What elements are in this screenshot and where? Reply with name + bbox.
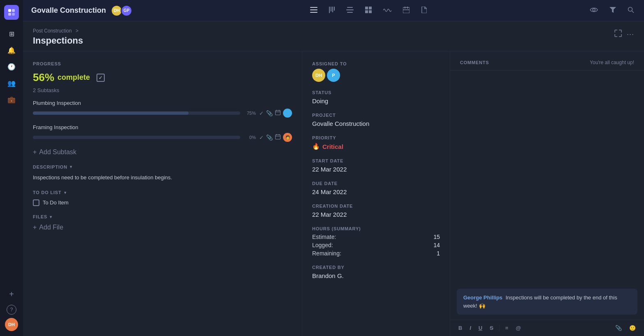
subtask-calendar-icon[interactable] xyxy=(275,110,281,116)
todo-chevron-icon[interactable]: ▾ xyxy=(64,190,67,195)
add-file-button[interactable]: + Add File xyxy=(33,224,292,231)
nav-notifications-icon[interactable]: 🔔 xyxy=(4,43,19,58)
eye-icon[interactable] xyxy=(588,5,600,16)
svg-rect-5 xyxy=(310,9,317,10)
todo-checkbox[interactable] xyxy=(33,199,39,206)
toolbar-align-icon[interactable] xyxy=(345,5,355,16)
toolbar-table-icon[interactable] xyxy=(363,5,373,16)
underline-button[interactable]: U xyxy=(477,324,484,332)
subtask-item: Framing Inspection 0% ✓ 📎 🧑 xyxy=(33,124,292,142)
search-icon[interactable] xyxy=(626,5,636,16)
subtask-attach-icon[interactable]: 📎 xyxy=(266,110,273,116)
toolbar-bars-icon[interactable] xyxy=(327,5,336,16)
nav-help-icon[interactable]: ? xyxy=(7,305,16,315)
expand-icon[interactable] xyxy=(614,30,622,39)
content-area: Post Construction > Inspections ··· PROG… xyxy=(23,21,644,336)
todo-item-label: To Do Item xyxy=(43,199,69,206)
subtask-check-icon[interactable]: ✓ xyxy=(259,110,264,116)
description-header: DESCRIPTION ▾ xyxy=(33,164,292,169)
assigned-avatar-dh[interactable]: DH xyxy=(312,69,325,82)
nav-user-avatar[interactable]: DH xyxy=(5,318,18,331)
nav-people-icon[interactable]: 👥 xyxy=(4,76,19,90)
metadata-column: ASSIGNED TO DH P STATUS Doing PROJECT Go… xyxy=(302,51,450,336)
svg-rect-12 xyxy=(346,9,354,10)
todo-list-label: TO DO LIST xyxy=(33,190,62,195)
subtask-avatar[interactable]: 🧑 xyxy=(283,133,292,142)
header-avatar-gp[interactable]: GP xyxy=(121,5,132,16)
filter-icon[interactable] xyxy=(608,5,618,16)
subtask-bar-row: 75% ✓ 📎 xyxy=(33,109,292,118)
svg-rect-17 xyxy=(369,10,372,13)
project-value[interactable]: Govalle Construction xyxy=(312,120,440,127)
add-icon: + xyxy=(33,148,37,156)
italic-button[interactable]: I xyxy=(468,324,473,332)
main-content: Govalle Construction DH GP xyxy=(23,0,644,336)
attach-icon[interactable]: 📎 xyxy=(614,324,623,332)
subtask-calendar-icon[interactable] xyxy=(275,134,281,141)
add-subtask-label: Add Subtask xyxy=(39,148,76,156)
subtask-name: Plumbing Inspection xyxy=(33,100,292,106)
comments-caught-up: You're all caught up! xyxy=(590,60,634,65)
svg-rect-7 xyxy=(329,7,330,13)
subtask-item: Plumbing Inspection 75% ✓ 📎 xyxy=(33,100,292,118)
toolbar-calendar-icon[interactable] xyxy=(401,5,411,16)
svg-rect-4 xyxy=(310,7,317,8)
subtask-percent-label: 0% xyxy=(244,135,256,140)
svg-rect-19 xyxy=(405,7,405,9)
three-column-layout: PROGRESS 56% complete ✓ 2 Subtasks Plumb… xyxy=(23,51,644,336)
editor-toolbar: B I U S ≡ @ xyxy=(457,324,522,332)
start-date-value[interactable]: 22 Mar 2022 xyxy=(312,166,440,173)
subtask-attach-icon[interactable]: 📎 xyxy=(266,134,273,141)
files-header: FILES ▾ xyxy=(33,214,292,220)
svg-rect-25 xyxy=(276,111,281,115)
header-right-actions xyxy=(588,5,636,16)
priority-group: PRIORITY 🔥 Critical xyxy=(312,135,440,150)
bold-button[interactable]: B xyxy=(457,324,464,332)
nav-home-icon[interactable]: ⊞ xyxy=(4,26,19,41)
toolbar-file-icon[interactable] xyxy=(419,5,428,16)
svg-rect-3 xyxy=(12,13,15,16)
svg-rect-29 xyxy=(276,135,281,139)
svg-rect-15 xyxy=(369,7,372,9)
hours-label: HOURS (SUMMARY) xyxy=(312,226,440,231)
progress-checkbox[interactable]: ✓ xyxy=(97,74,105,82)
emoji-icon[interactable]: 🙂 xyxy=(628,324,637,332)
subtask-avatar[interactable] xyxy=(283,109,292,118)
toolbar-list-icon[interactable] xyxy=(308,5,319,16)
assigned-to-group: ASSIGNED TO DH P xyxy=(312,61,440,82)
page-header-actions: ··· xyxy=(614,30,634,39)
comment-bubble: George Phillips Inspections will be comp… xyxy=(457,289,637,315)
svg-rect-10 xyxy=(334,7,335,11)
project-label: PROJECT xyxy=(312,113,440,118)
more-options-icon[interactable]: ··· xyxy=(627,30,634,39)
nav-history-icon[interactable]: 🕐 xyxy=(4,59,19,74)
due-date-value[interactable]: 24 Mar 2022 xyxy=(312,188,440,195)
hours-remaining-row: Remaining: 1 xyxy=(312,250,440,257)
description-chevron-icon[interactable]: ▾ xyxy=(70,164,72,169)
page-title: Inspections xyxy=(33,35,83,46)
add-subtask-button[interactable]: + Add Subtask xyxy=(33,148,292,156)
app-logo[interactable] xyxy=(4,5,19,20)
files-chevron-icon[interactable]: ▾ xyxy=(50,214,52,220)
comments-header: COMMENTS You're all caught up! xyxy=(450,51,644,71)
estimate-value: 15 xyxy=(433,234,440,240)
strikethrough-button[interactable]: S xyxy=(488,324,495,332)
created-by-label: CREATED BY xyxy=(312,265,440,270)
priority-value[interactable]: 🔥 Critical xyxy=(312,143,343,150)
svg-rect-0 xyxy=(8,9,11,12)
toolbar-wave-icon[interactable] xyxy=(382,5,393,16)
subtask-progress-bg xyxy=(33,111,240,115)
subtask-percent-label: 75% xyxy=(244,111,256,116)
comments-column: COMMENTS You're all caught up! George Ph… xyxy=(450,51,644,336)
svg-rect-14 xyxy=(365,7,368,9)
mention-button[interactable]: @ xyxy=(514,324,523,332)
svg-rect-18 xyxy=(403,7,409,13)
list-button[interactable]: ≡ xyxy=(504,324,510,332)
status-value[interactable]: Doing xyxy=(312,97,440,104)
subtask-check-icon[interactable]: ✓ xyxy=(259,134,264,141)
nav-add-icon[interactable]: + xyxy=(4,287,19,301)
description-text: Inspections need to be completed before … xyxy=(33,174,292,182)
breadcrumb-parent[interactable]: Post Construction xyxy=(33,28,72,34)
nav-projects-icon[interactable]: 💼 xyxy=(4,92,19,107)
assigned-avatar-p[interactable]: P xyxy=(327,69,340,82)
